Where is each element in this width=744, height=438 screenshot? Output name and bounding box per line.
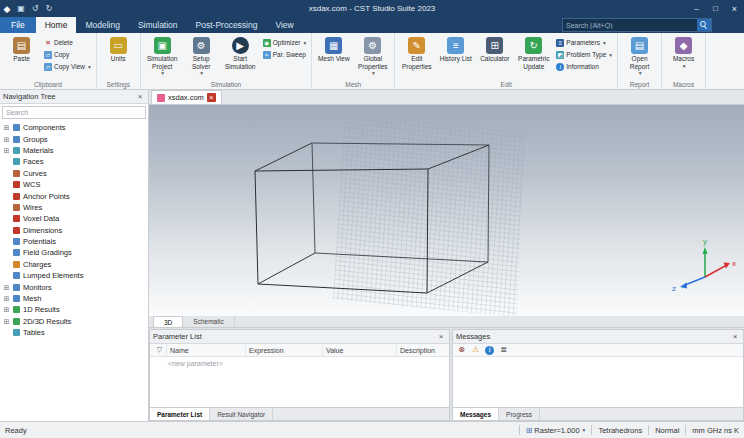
close-parameter-list-icon[interactable]: × <box>436 332 446 341</box>
calculator-button[interactable]: ⊞ Calculator <box>476 35 513 80</box>
tree-item[interactable]: Curves <box>0 168 148 179</box>
tab-post-processing[interactable]: Post-Processing <box>187 17 267 33</box>
tab-messages[interactable]: Messages <box>453 408 499 420</box>
tree-item[interactable]: ⊞ Mesh <box>0 293 148 304</box>
tree-item[interactable]: Charges <box>0 259 148 270</box>
parametric-update-button[interactable]: ↻ Parametric Update <box>515 35 552 80</box>
search-input[interactable] <box>563 22 697 29</box>
tree-item[interactable]: Dimensions <box>0 225 148 236</box>
information-button[interactable]: i Information <box>554 61 614 72</box>
tree-item[interactable]: Anchor Points <box>0 190 148 201</box>
maximize-button[interactable]: □ <box>706 0 725 17</box>
open-report-button[interactable]: ▤ Open Report ▾ <box>621 35 658 80</box>
close-button[interactable]: × <box>725 0 744 17</box>
copy-button[interactable]: ▱ Copy <box>42 49 93 60</box>
expander-icon[interactable]: ⊞ <box>3 284 10 291</box>
divider <box>591 425 592 435</box>
save-icon[interactable]: ▣ <box>14 4 28 13</box>
tab-home[interactable]: Home <box>36 17 77 33</box>
tree-item[interactable]: ⊞ 1D Results <box>0 304 148 315</box>
search-icon[interactable] <box>697 19 711 31</box>
tab-simulation[interactable]: Simulation <box>129 17 187 33</box>
parameter-table-body[interactable]: <new parameter> <box>150 357 449 407</box>
macros-button[interactable]: ◆ Macros ▾ <box>665 35 702 80</box>
tree-item[interactable]: WCS <box>0 179 148 190</box>
tab-schematic[interactable]: Schematic <box>183 316 234 327</box>
simulation-project-button[interactable]: ▣ Simulation Project ▾ <box>144 35 181 80</box>
tree-search-box[interactable] <box>2 106 146 119</box>
tree-item[interactable]: Tables <box>0 327 148 338</box>
global-properties-button[interactable]: ⚙ Global Properties ▾ <box>354 35 391 80</box>
warning-filter-icon[interactable]: ⚠ <box>471 346 480 355</box>
tab-modeling[interactable]: Modeling <box>76 17 129 33</box>
tree-item[interactable]: Potentials <box>0 236 148 247</box>
expander-icon[interactable]: ⊞ <box>3 306 10 313</box>
render-mode-indicator[interactable]: Normal <box>655 426 679 435</box>
close-tab-icon[interactable]: × <box>207 93 216 102</box>
parameters-button[interactable]: ≡ Parameters ▾ <box>554 37 614 48</box>
tree-item[interactable]: ⊞ Monitors <box>0 281 148 292</box>
tree-item[interactable]: Field Gradings <box>0 247 148 258</box>
expander-icon[interactable]: ⊞ <box>3 295 10 302</box>
tree-search-input[interactable] <box>3 109 145 116</box>
document-tab[interactable]: xsdax.com × <box>151 90 222 104</box>
information-label: Information <box>566 63 599 70</box>
mesh-view-button[interactable]: ▦ Mesh View <box>315 35 352 80</box>
history-list-button[interactable]: ≡ History List <box>437 35 474 80</box>
expander-icon[interactable]: ⊞ <box>3 318 10 325</box>
mesh-type-indicator[interactable]: Tetrahedrons <box>598 426 642 435</box>
tab-result-navigator[interactable]: Result Navigator <box>210 408 273 420</box>
par-sweep-button[interactable]: ≈ Par. Sweep <box>261 49 309 60</box>
close-navigation-icon[interactable]: × <box>135 92 145 101</box>
filter-icon[interactable]: ▽ <box>150 344 167 356</box>
tree-item[interactable]: ⊞ 2D/3D Results <box>0 316 148 327</box>
messages-body[interactable] <box>453 357 743 407</box>
minimize-button[interactable]: – <box>687 0 706 17</box>
info-filter-icon[interactable]: i <box>485 346 494 355</box>
search-box[interactable] <box>562 18 712 32</box>
open-report-label: Open Report <box>621 55 658 70</box>
column-value[interactable]: Value <box>323 344 397 356</box>
undo-icon[interactable]: ↺ <box>28 4 42 13</box>
tree-item-label: Components <box>23 123 66 132</box>
tree-item-label: 1D Results <box>23 305 60 314</box>
new-parameter-row[interactable]: <new parameter> <box>168 360 223 367</box>
units-indicator[interactable]: mm GHz ns K <box>692 426 739 435</box>
clear-messages-icon[interactable]: ⊗ <box>457 346 466 355</box>
column-name[interactable]: Name <box>167 344 246 356</box>
tree-item-label: Tables <box>23 328 45 337</box>
tab-progress[interactable]: Progress <box>499 408 540 420</box>
expander-icon[interactable]: ⊞ <box>3 147 10 154</box>
units-button[interactable]: ▭ Units <box>100 35 137 80</box>
tab-view[interactable]: View <box>266 17 302 33</box>
expander-icon[interactable]: ⊞ <box>3 136 10 143</box>
tree-item[interactable]: ⊞ Groups <box>0 133 148 144</box>
column-expression[interactable]: Expression <box>246 344 323 356</box>
paste-button[interactable]: ▤ Paste <box>3 35 40 80</box>
close-messages-icon[interactable]: × <box>730 332 740 341</box>
tab-parameter-list[interactable]: Parameter List <box>150 408 210 420</box>
edit-properties-button[interactable]: ✎ Edit Properties <box>398 35 435 80</box>
delete-button[interactable]: × Delete <box>42 37 93 48</box>
tree-item[interactable]: Voxel Data <box>0 213 148 224</box>
message-columns-icon[interactable]: ≣ <box>499 346 508 355</box>
tree-item[interactable]: Faces <box>0 156 148 167</box>
copy-view-button[interactable]: ▱ Copy View ▾ <box>42 61 93 72</box>
tree-item[interactable]: ⊞ Materials <box>0 145 148 156</box>
tree-item[interactable]: ⊞ Components <box>0 122 148 133</box>
tree-item[interactable]: Lumped Elements <box>0 270 148 281</box>
problem-type-button[interactable]: ◩ Problem Type ▾ <box>554 49 614 60</box>
start-simulation-button[interactable]: ▶ Start Simulation <box>222 35 259 80</box>
3d-viewport[interactable]: y x z <box>149 105 744 316</box>
expander-icon[interactable]: ⊞ <box>3 124 10 131</box>
tab-file[interactable]: File <box>0 17 36 33</box>
setup-solver-button[interactable]: ⚙ Setup Solver ▾ <box>183 35 220 80</box>
tab-3d[interactable]: 3D <box>153 316 183 327</box>
tree-item-label: Groups <box>23 135 48 144</box>
redo-icon[interactable]: ↻ <box>42 4 56 13</box>
tree-item[interactable]: Wires <box>0 202 148 213</box>
raster-control[interactable]: ⊞ Raster=1.000 ▾ <box>526 426 586 435</box>
tree-item-icon <box>13 170 20 177</box>
optimizer-button[interactable]: ◉ Optimizer ▾ <box>261 37 309 48</box>
column-description[interactable]: Description <box>397 344 449 356</box>
